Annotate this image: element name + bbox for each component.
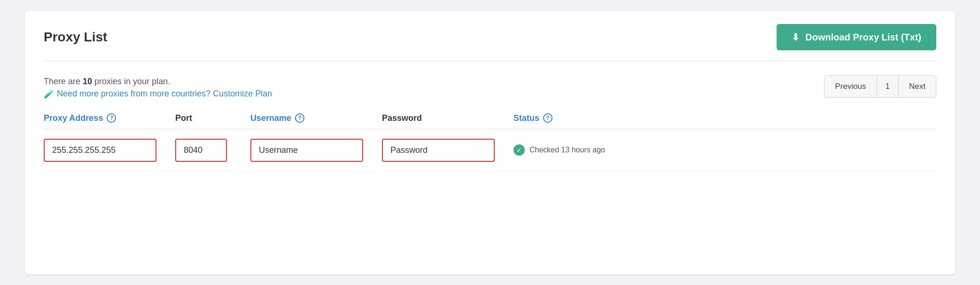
username-input[interactable] xyxy=(250,139,363,162)
card-header: Proxy List ⬇ Download Proxy List (Txt) xyxy=(44,24,936,61)
customize-plan-label: Need more proxies from more countries? C… xyxy=(57,89,272,99)
col-status-label: Status xyxy=(513,113,539,123)
col-proxy-address: Proxy Address ? xyxy=(44,113,175,123)
col-port-label: Port xyxy=(175,113,192,123)
col-password: Password xyxy=(382,113,513,123)
text-before-count: There are xyxy=(44,77,83,86)
proxy-info-text: There are 10 proxies in your plan. 🧪 Nee… xyxy=(44,74,272,99)
download-icon: ⬇ xyxy=(792,32,800,43)
pagination: Previous 1 Next xyxy=(824,75,936,98)
status-check-icon: ✓ xyxy=(513,144,525,156)
col-status: Status ? xyxy=(513,113,936,123)
col-username: Username ? xyxy=(250,113,382,123)
proxy-address-input[interactable] xyxy=(44,139,156,162)
proxy-count-text: There are 10 proxies in your plan. xyxy=(44,74,272,89)
text-after-count: proxies in your plan. xyxy=(92,77,170,86)
col-password-label: Password xyxy=(382,113,422,123)
proxy-count: 10 xyxy=(83,77,92,86)
download-button[interactable]: ⬇ Download Proxy List (Txt) xyxy=(777,24,936,50)
col-port: Port xyxy=(175,113,250,123)
proxy-table: Proxy Address ? Port Username ? Password… xyxy=(44,113,936,172)
status-cell: ✓ Checked 13 hours ago xyxy=(513,144,936,156)
port-input[interactable] xyxy=(175,139,227,162)
username-cell xyxy=(250,139,382,162)
col-proxy-address-label: Proxy Address xyxy=(44,113,103,123)
page-title: Proxy List xyxy=(44,30,107,45)
password-input[interactable] xyxy=(382,139,495,162)
status-label: Checked 13 hours ago xyxy=(529,146,605,154)
col-username-label: Username xyxy=(250,113,291,123)
customize-plan-link[interactable]: 🧪 Need more proxies from more countries?… xyxy=(44,89,272,99)
proxy-address-cell xyxy=(44,139,175,162)
next-button[interactable]: Next xyxy=(898,76,936,97)
table-row: ✓ Checked 13 hours ago xyxy=(44,129,936,172)
port-cell xyxy=(175,139,250,162)
username-info-icon[interactable]: ? xyxy=(295,113,304,123)
info-section: There are 10 proxies in your plan. 🧪 Nee… xyxy=(44,74,936,99)
proxy-address-info-icon[interactable]: ? xyxy=(107,113,116,123)
download-button-label: Download Proxy List (Txt) xyxy=(805,32,921,43)
previous-button[interactable]: Previous xyxy=(824,76,877,97)
status-info-icon[interactable]: ? xyxy=(543,113,552,123)
password-cell xyxy=(382,139,513,162)
proxy-list-card: Proxy List ⬇ Download Proxy List (Txt) T… xyxy=(25,11,955,274)
flask-icon: 🧪 xyxy=(44,89,54,99)
current-page: 1 xyxy=(877,77,898,96)
table-header: Proxy Address ? Port Username ? Password… xyxy=(44,113,936,129)
